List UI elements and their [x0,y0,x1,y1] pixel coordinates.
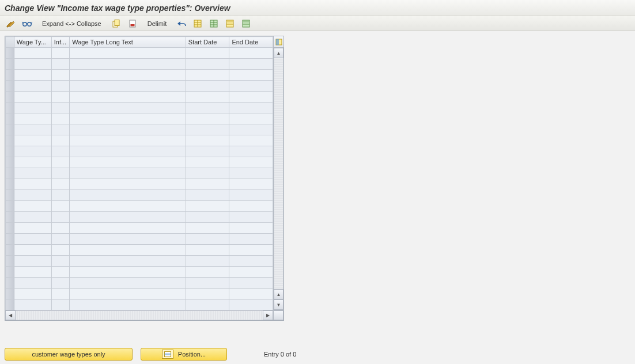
table-row[interactable] [6,92,273,103]
col-start-date[interactable]: Start Date [186,37,229,48]
row-selector[interactable] [6,103,14,113]
cell[interactable] [186,81,229,92]
cell[interactable] [229,81,273,92]
row-selector[interactable] [6,81,14,92]
cell[interactable] [70,278,186,289]
cell[interactable] [229,92,273,103]
cell[interactable] [51,201,69,212]
scroll-track-horizontal[interactable] [16,310,263,320]
cell[interactable] [186,299,229,310]
cell[interactable] [14,113,51,124]
cell[interactable] [14,190,51,201]
cell[interactable] [70,168,186,179]
row-selector[interactable] [6,223,14,234]
table-row[interactable] [6,256,273,267]
cell[interactable] [51,59,69,70]
cell[interactable] [70,146,186,157]
cell[interactable] [51,212,69,223]
select-all-header[interactable] [6,37,14,48]
cell[interactable] [14,146,51,157]
cell[interactable] [51,135,69,146]
table-row[interactable] [6,146,273,157]
data-grid[interactable]: Wage Ty... Inf... Wage Type Long Text St… [5,36,273,310]
scroll-up-line-icon[interactable]: ▲ [274,289,284,299]
cell[interactable] [51,124,69,135]
cell[interactable] [70,299,186,310]
cell[interactable] [186,124,229,135]
glasses-icon[interactable] [21,18,33,29]
cell[interactable] [70,267,186,278]
col-long-text[interactable]: Wage Type Long Text [70,37,186,48]
cell[interactable] [186,92,229,103]
table-row[interactable] [6,223,273,234]
table-row[interactable] [6,70,273,81]
row-selector[interactable] [6,113,14,124]
table-yellow2-icon[interactable] [224,18,236,29]
table-row[interactable] [6,59,273,70]
cell[interactable] [51,146,69,157]
cell[interactable] [186,190,229,201]
cell[interactable] [229,256,273,267]
delimit-button[interactable]: Delimit [142,18,172,29]
table-row[interactable] [6,124,273,135]
cell[interactable] [229,103,273,113]
cell[interactable] [186,135,229,146]
document-red-icon[interactable] [126,18,139,29]
cell[interactable] [14,212,51,223]
cell[interactable] [70,212,186,223]
cell[interactable] [14,70,51,81]
cell[interactable] [186,245,229,256]
cell[interactable] [186,168,229,179]
row-selector[interactable] [6,48,14,59]
cell[interactable] [229,223,273,234]
cell[interactable] [186,70,229,81]
cell[interactable] [229,201,273,212]
cell[interactable] [51,267,69,278]
table-row[interactable] [6,289,273,299]
cell[interactable] [14,223,51,234]
cell[interactable] [14,179,51,190]
cell[interactable] [14,299,51,310]
cell[interactable] [14,201,51,212]
cell[interactable] [186,278,229,289]
row-selector[interactable] [6,278,14,289]
cell[interactable] [51,81,69,92]
cell[interactable] [186,113,229,124]
cell[interactable] [14,81,51,92]
cell[interactable] [70,113,186,124]
cell[interactable] [14,103,51,113]
cell[interactable] [186,48,229,59]
cell[interactable] [70,223,186,234]
cell[interactable] [70,70,186,81]
cell[interactable] [14,168,51,179]
cell[interactable] [70,59,186,70]
table-row[interactable] [6,113,273,124]
cell[interactable] [186,201,229,212]
cell[interactable] [229,179,273,190]
table-row[interactable] [6,299,273,310]
col-inf[interactable]: Inf... [51,37,69,48]
cell[interactable] [51,113,69,124]
cell[interactable] [51,256,69,267]
cell[interactable] [14,256,51,267]
cell[interactable] [229,157,273,168]
table-green2-icon[interactable] [240,18,252,29]
cell[interactable] [229,48,273,59]
cell[interactable] [229,70,273,81]
cell[interactable] [229,59,273,70]
cell[interactable] [186,223,229,234]
cell[interactable] [14,278,51,289]
cell[interactable] [51,245,69,256]
cell[interactable] [70,135,186,146]
row-selector[interactable] [6,124,14,135]
cell[interactable] [14,157,51,168]
row-selector[interactable] [6,179,14,190]
table-row[interactable] [6,201,273,212]
cell[interactable] [70,179,186,190]
scroll-right-icon[interactable]: ▶ [263,310,273,320]
cell[interactable] [70,48,186,59]
table-yellow-icon[interactable] [191,18,204,29]
row-selector[interactable] [6,299,14,310]
table-row[interactable] [6,48,273,59]
cell[interactable] [70,289,186,299]
